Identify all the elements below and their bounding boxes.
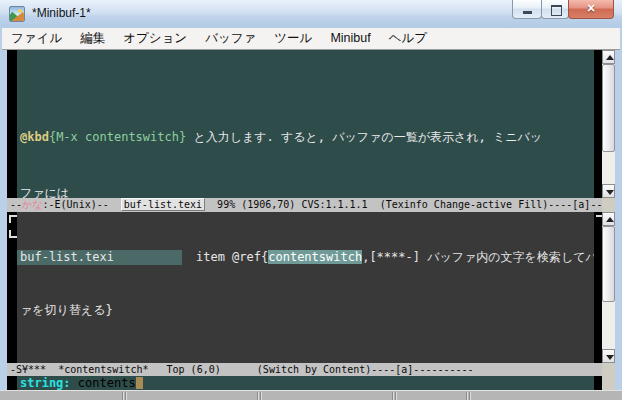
taskbar-strip <box>0 390 622 400</box>
line-text: と入力します. すると, バッファの一覧が表示され, ミニバッ <box>186 130 542 144</box>
minibuffer-prompt: string: <box>20 376 71 390</box>
editor-line: @kbd{M-x contentswitch} と入力します. すると, バッフ… <box>17 129 594 147</box>
mode-line-buf-list: --かな:-E(Unix)-- buf-list.texi 99% (1906,… <box>7 198 602 212</box>
minibuffer-cursor <box>136 377 143 389</box>
content-text: item @ref{ <box>196 250 268 264</box>
kbd-markup: @kbd <box>20 130 49 144</box>
restore-button[interactable] <box>541 0 569 19</box>
close-icon: × <box>569 0 613 18</box>
scroll-up-icon <box>606 217 614 222</box>
kbd-arg: {M-x contentswitch} <box>49 130 186 144</box>
minimize-icon <box>523 11 532 14</box>
menu-options[interactable]: オプション <box>114 28 196 49</box>
window-title: *Minibuf-1* <box>32 0 91 28</box>
close-button[interactable]: × <box>568 0 614 19</box>
taskbar-separator <box>257 392 258 400</box>
scrollbar-thumb-lower[interactable] <box>602 226 615 302</box>
scroll-down-icon <box>606 355 614 360</box>
buffer-content-preview: item @ref{contentswitch,[****-] バッファ内の文字… <box>196 250 594 265</box>
minimize-button[interactable] <box>512 0 542 19</box>
mode-line-contentswitch: -S¥*** *contentswitch* Top (6,0) (Switch… <box>7 363 602 376</box>
scroll-down-icon <box>606 190 614 195</box>
menu-help[interactable]: ヘルプ <box>380 28 436 49</box>
menu-tools[interactable]: ツール <box>265 28 321 49</box>
menu-minibuf[interactable]: Minibuf <box>321 28 379 49</box>
menu-buffers[interactable]: バッファ <box>196 28 265 49</box>
contentswitch-list-window: buf-list.texi item @ref{contentswitch,[*… <box>17 212 594 363</box>
minibuffer[interactable]: string: contents <box>17 376 594 390</box>
match-highlight: contentswitch <box>268 250 362 264</box>
menu-file[interactable]: ファイル <box>2 28 71 49</box>
list-item[interactable]: buf-list.texi item @ref{contentswitch,[*… <box>17 250 594 265</box>
restore-icon <box>551 5 562 16</box>
modeline-status: 99% (1906,70) CVS:1.1.1.1 (Texinfo Chang… <box>205 199 602 210</box>
icon-sun-shape <box>18 9 22 13</box>
emacs-client-area: @kbd{M-x contentswitch} と入力します. すると, バッフ… <box>7 50 615 390</box>
content-text: ,[****-] バッファ内の文字を検索してバッフ <box>362 250 594 264</box>
scroll-up-button-upper[interactable] <box>602 50 615 64</box>
editor-window[interactable]: @kbd{M-x contentswitch} と入力します. すると, バッフ… <box>17 50 594 198</box>
input-method-indicator: かな <box>22 199 42 210</box>
wrap-marker-icon <box>9 215 17 223</box>
modeline-dashes: -- <box>10 199 22 210</box>
wrapped-line: ァを切り替える} <box>17 303 594 318</box>
modeline-buffer-name: buf-list.texi <box>121 198 205 211</box>
emacs-window: *Minibuf-1* × ファイル 編集 オプション バッファ ツール Min… <box>0 0 622 400</box>
scroll-down-button-upper[interactable] <box>602 184 615 198</box>
taskbar-separator <box>122 392 123 400</box>
scroll-up-button-lower[interactable] <box>602 212 615 226</box>
window-controls: × <box>513 0 614 19</box>
scroll-down-button-lower[interactable] <box>602 349 615 363</box>
menu-edit[interactable]: 編集 <box>71 28 114 49</box>
app-icon <box>9 6 25 22</box>
scrollbar-thumb-upper[interactable] <box>602 64 615 152</box>
menu-bar: ファイル 編集 オプション バッファ ツール Minibuf ヘルプ <box>2 28 620 50</box>
modeline-coding: :-E(Unix)-- <box>43 199 121 210</box>
taskbar-separator <box>392 392 393 400</box>
wrap-marker-icon <box>9 230 17 238</box>
minibuffer-input[interactable]: contents <box>71 376 136 390</box>
editor-line: ファには <box>17 185 594 199</box>
taskbar-separator <box>466 392 467 400</box>
buffer-name: buf-list.texi <box>17 250 182 265</box>
scroll-up-icon <box>606 55 614 60</box>
title-bar: *Minibuf-1* × <box>0 0 622 28</box>
scrollbar-column <box>602 50 615 390</box>
